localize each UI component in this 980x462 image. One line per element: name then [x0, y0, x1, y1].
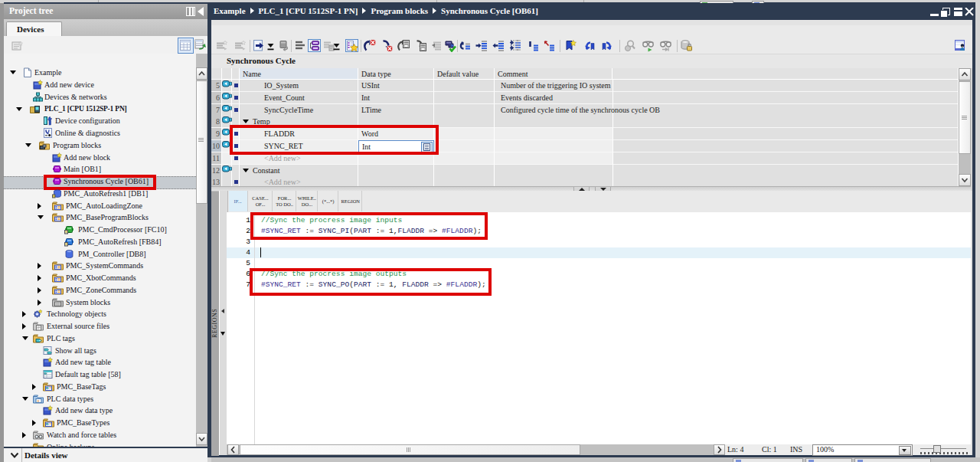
svg-text:e: e [38, 399, 40, 404]
